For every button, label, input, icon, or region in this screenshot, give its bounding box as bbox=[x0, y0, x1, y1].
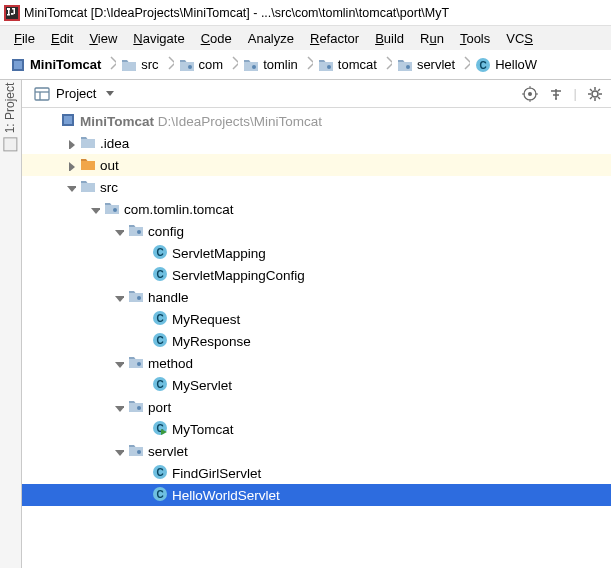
tree-row-package[interactable]: com.tomlin.tomcat bbox=[22, 198, 611, 220]
menu-navigate[interactable]: Navigate bbox=[125, 28, 192, 49]
tree-row-myresponse[interactable]: MyResponse bbox=[22, 330, 611, 352]
expand-arrow-icon[interactable] bbox=[110, 399, 126, 415]
menu-code[interactable]: Code bbox=[193, 28, 240, 49]
tree-row-method[interactable]: method bbox=[22, 352, 611, 374]
settings-gear-icon[interactable] bbox=[587, 86, 603, 102]
chevron-right-icon bbox=[302, 55, 314, 74]
tree-row-servletmapping[interactable]: ServletMapping bbox=[22, 242, 611, 264]
project-view-label[interactable]: Project bbox=[56, 86, 96, 101]
title-path: [D:\IdeaProjects\MiniTomcat] - ...\src\c… bbox=[91, 6, 449, 20]
menu-analyze[interactable]: Analyze bbox=[240, 28, 302, 49]
expand-arrow-icon[interactable] bbox=[110, 289, 126, 305]
tree-row-config[interactable]: config bbox=[22, 220, 611, 242]
menu-build[interactable]: Build bbox=[367, 28, 412, 49]
crumb-tomlin[interactable]: tomlin bbox=[243, 57, 298, 73]
crumb-servlet[interactable]: servlet bbox=[397, 57, 455, 73]
class-icon bbox=[152, 464, 168, 483]
chevron-down-icon[interactable] bbox=[102, 86, 118, 102]
module-icon bbox=[10, 57, 26, 73]
folder-icon bbox=[80, 178, 96, 197]
package-icon bbox=[128, 288, 144, 307]
crumb-src[interactable]: src bbox=[121, 57, 158, 73]
crumb-module[interactable]: MiniTomcat bbox=[10, 57, 101, 73]
package-icon bbox=[104, 200, 120, 219]
title-project: MiniTomcat bbox=[24, 6, 87, 20]
menu-run[interactable]: Run bbox=[412, 28, 452, 49]
tree-row-out[interactable]: out bbox=[22, 154, 611, 176]
menu-file[interactable]: File bbox=[6, 28, 43, 49]
class-icon bbox=[152, 310, 168, 329]
folder-icon bbox=[80, 134, 96, 153]
expand-arrow-icon[interactable] bbox=[42, 113, 58, 129]
tree-row-helloworldservlet[interactable]: HelloWorldServlet bbox=[22, 484, 611, 506]
separator: | bbox=[574, 86, 577, 101]
crumb-com[interactable]: com bbox=[179, 57, 224, 73]
expand-arrow-icon[interactable] bbox=[62, 179, 78, 195]
project-tree[interactable]: MiniTomcat D:\IdeaProjects\MiniTomcat .i… bbox=[22, 108, 611, 568]
expand-arrow-icon[interactable] bbox=[86, 201, 102, 217]
crumb-class[interactable]: HelloW bbox=[475, 57, 537, 73]
toolwindow-tab-project[interactable]: 1: Project bbox=[4, 83, 18, 152]
menu-bar: File Edit View Navigate Code Analyze Ref… bbox=[0, 26, 611, 50]
menu-refactor[interactable]: Refactor bbox=[302, 28, 367, 49]
chevron-right-icon bbox=[459, 55, 471, 74]
class-icon bbox=[152, 244, 168, 263]
expand-arrow-icon[interactable] bbox=[62, 157, 78, 173]
class-runnable-icon bbox=[152, 420, 168, 439]
tree-row-myservlet[interactable]: MyServlet bbox=[22, 374, 611, 396]
navigation-bar: MiniTomcat src com tomlin tomcat servlet… bbox=[0, 50, 611, 80]
project-tab-icon bbox=[4, 137, 18, 151]
package-icon bbox=[128, 398, 144, 417]
class-icon bbox=[152, 332, 168, 351]
app-icon bbox=[4, 5, 20, 21]
tree-row-root-cutoff[interactable]: MiniTomcat D:\IdeaProjects\MiniTomcat bbox=[22, 110, 611, 132]
collapse-all-icon[interactable] bbox=[548, 86, 564, 102]
tree-row-findgirlservlet[interactable]: FindGirlServlet bbox=[22, 462, 611, 484]
scroll-from-source-icon[interactable] bbox=[522, 86, 538, 102]
chevron-right-icon bbox=[227, 55, 239, 74]
chevron-right-icon bbox=[163, 55, 175, 74]
package-icon bbox=[128, 442, 144, 461]
expand-arrow-icon[interactable] bbox=[110, 223, 126, 239]
expand-arrow-icon[interactable] bbox=[110, 355, 126, 371]
tree-row-handle[interactable]: handle bbox=[22, 286, 611, 308]
crumb-tomcat[interactable]: tomcat bbox=[318, 57, 377, 73]
class-icon bbox=[152, 266, 168, 285]
menu-tools[interactable]: Tools bbox=[452, 28, 498, 49]
tree-row-myrequest[interactable]: MyRequest bbox=[22, 308, 611, 330]
expand-arrow-icon[interactable] bbox=[110, 443, 126, 459]
tree-row-servletmappingconfig[interactable]: ServletMappingConfig bbox=[22, 264, 611, 286]
expand-arrow-icon[interactable] bbox=[62, 135, 78, 151]
chevron-right-icon bbox=[381, 55, 393, 74]
chevron-right-icon bbox=[105, 55, 117, 74]
tree-row-port[interactable]: port bbox=[22, 396, 611, 418]
window-titlebar: MiniTomcat [D:\IdeaProjects\MiniTomcat] … bbox=[0, 0, 611, 26]
class-icon bbox=[152, 376, 168, 395]
tree-row-mytomcat[interactable]: MyTomcat bbox=[22, 418, 611, 440]
menu-view[interactable]: View bbox=[81, 28, 125, 49]
menu-vcs[interactable]: VCS bbox=[498, 28, 541, 49]
folder-icon bbox=[80, 156, 96, 175]
left-gutter: 1: Project bbox=[0, 80, 22, 568]
project-view-icon bbox=[34, 86, 50, 102]
package-icon bbox=[128, 354, 144, 373]
menu-edit[interactable]: Edit bbox=[43, 28, 81, 49]
tree-row-idea[interactable]: .idea bbox=[22, 132, 611, 154]
tree-row-servlet[interactable]: servlet bbox=[22, 440, 611, 462]
module-icon bbox=[60, 112, 76, 131]
project-tool-header: Project | bbox=[22, 80, 611, 108]
class-icon bbox=[152, 486, 168, 505]
package-icon bbox=[128, 222, 144, 241]
tree-row-src[interactable]: src bbox=[22, 176, 611, 198]
